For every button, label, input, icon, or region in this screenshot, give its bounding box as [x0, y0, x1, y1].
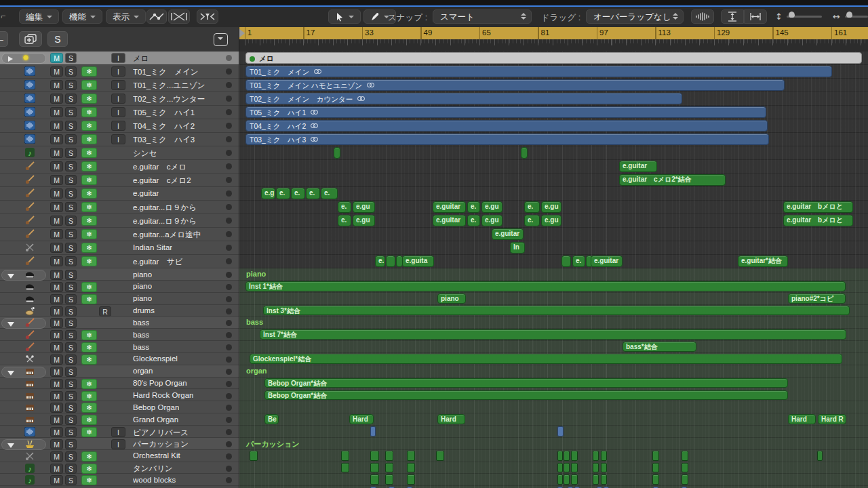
region-green[interactable]: e.	[321, 188, 338, 199]
input-monitor-button[interactable]: I	[111, 439, 125, 449]
track-name[interactable]: T04_ミク ハイ2	[133, 121, 195, 131]
track-name[interactable]: T05_ミク ハイ1	[133, 108, 195, 118]
region-block[interactable]	[407, 463, 415, 473]
track-name[interactable]: wood blocks	[133, 476, 176, 484]
solo-button[interactable]: S	[65, 107, 77, 117]
solo-button[interactable]: S	[65, 439, 77, 449]
solo-button[interactable]: S	[65, 80, 77, 90]
region-block[interactable]	[561, 256, 571, 267]
track-header-row-26[interactable]: MS❄Hard Rock Organ	[0, 390, 239, 402]
solo-button[interactable]: S	[65, 415, 77, 425]
freeze-button[interactable]: ❄	[81, 66, 97, 77]
solo-button[interactable]: S	[65, 161, 77, 171]
track-name[interactable]: T03_ミク ハイ3	[133, 135, 195, 145]
track-name[interactable]: T02_ミク...ウンター	[133, 94, 205, 104]
region-green[interactable]: Hard	[788, 414, 816, 424]
region-block[interactable]	[386, 256, 395, 267]
region-block[interactable]	[407, 474, 415, 485]
catch-playhead-icon[interactable]	[197, 9, 218, 24]
region-block[interactable]	[652, 463, 659, 473]
solo-button[interactable]: S	[65, 427, 77, 437]
region-green[interactable]: piano#2*コピ	[788, 293, 846, 304]
track-name[interactable]: piano	[133, 294, 152, 302]
region-green[interactable]: e.guitar bメロと	[783, 215, 853, 226]
menu-functions[interactable]: 機能	[62, 9, 102, 24]
region-green[interactable]: Hard	[437, 414, 465, 424]
track-header-row-6[interactable]: MS❄IT03_ミク ハイ3	[0, 133, 239, 146]
freeze-button[interactable]: ❄	[81, 391, 97, 401]
track-name[interactable]: drums	[133, 306, 155, 314]
disclosure-open-icon[interactable]	[7, 274, 14, 279]
solo-button[interactable]: S	[65, 282, 77, 292]
input-monitor-button[interactable]: I	[111, 80, 125, 90]
mute-button[interactable]: M	[50, 294, 63, 304]
region-block[interactable]	[370, 463, 379, 473]
freeze-button[interactable]: ❄	[81, 107, 97, 117]
track-name[interactable]: T01_ミク...ユニゾン	[133, 81, 205, 91]
region-green[interactable]: Hard R	[818, 414, 846, 424]
track-header-row-9[interactable]: MS❄e.guitar cメロ2	[0, 174, 239, 187]
region-block[interactable]	[571, 474, 578, 485]
disclosure-closed-icon[interactable]	[8, 56, 13, 62]
track-header-row-14[interactable]: MS❄Indian Sitar	[0, 241, 239, 255]
track-header-row-30[interactable]: MSIパーカッション	[0, 438, 239, 450]
mute-button[interactable]: M	[50, 475, 63, 485]
region-green[interactable]: e.gu	[541, 201, 561, 213]
solo-button[interactable]: S	[65, 66, 77, 77]
track-header-row-1[interactable]: MS❄IT01_ミク メイン	[0, 65, 239, 79]
disclosure-open-icon[interactable]	[7, 443, 14, 448]
solo-button[interactable]: S	[65, 318, 77, 328]
track-header-row-5[interactable]: MS❄IT04_ミク ハイ2	[0, 119, 239, 133]
region-green[interactable]: e.gu	[353, 215, 375, 226]
region-block[interactable]	[601, 463, 607, 473]
freeze-button[interactable]: ❄	[81, 121, 97, 131]
solo-button[interactable]: S	[65, 148, 77, 158]
track-name[interactable]: メロ	[133, 54, 149, 64]
solo-button[interactable]: S	[65, 121, 77, 131]
bar-ruler[interactable]: 1173349658197113129145161	[239, 27, 868, 40]
region-block[interactable]	[557, 451, 563, 461]
drag-select[interactable]: オーバーラップなし	[586, 9, 684, 24]
mute-button[interactable]: M	[50, 243, 63, 253]
track-name[interactable]: e.guitar...ロ９から	[133, 203, 197, 213]
track-name[interactable]: e.guitar...aメロ途中	[133, 230, 201, 240]
mute-button[interactable]: M	[50, 107, 63, 117]
mute-button[interactable]: M	[50, 415, 63, 425]
region-block[interactable]	[593, 451, 599, 461]
slider-handle[interactable]	[789, 12, 795, 18]
region-green[interactable]: e.guitar	[619, 161, 657, 172]
track-name[interactable]: e.guitar cメロ2	[133, 176, 191, 186]
solo-mode-button[interactable]: S	[47, 31, 68, 47]
region-block[interactable]	[341, 451, 349, 461]
mute-button[interactable]: M	[50, 403, 63, 413]
freeze-button[interactable]: ❄	[81, 94, 97, 104]
region-block[interactable]	[601, 474, 607, 485]
region-green[interactable]: e.	[467, 215, 480, 226]
mute-button[interactable]: M	[50, 66, 63, 77]
region-green[interactable]: e.	[572, 256, 585, 267]
region-block[interactable]	[436, 451, 444, 461]
region-green[interactable]: piano	[437, 293, 466, 304]
waveform-zoom-icon[interactable]	[691, 9, 714, 24]
region-blue[interactable]: T01_ミク メイン ハモとユニゾン	[245, 79, 785, 91]
mute-button[interactable]: M	[50, 306, 63, 317]
region-blue[interactable]: T01_ミク メイン	[245, 66, 832, 77]
dropdown-icon[interactable]	[214, 33, 228, 46]
region-green[interactable]: Inst 3*結合	[263, 306, 850, 316]
track-name[interactable]: Grand Organ	[133, 415, 178, 424]
track-header-row-23[interactable]: MS❄Glockenspiel	[0, 353, 239, 365]
freeze-button[interactable]: ❄	[81, 202, 97, 212]
mute-button[interactable]: M	[50, 282, 63, 292]
track-header-row-19[interactable]: MSRdrums	[0, 305, 239, 317]
region-block[interactable]	[593, 463, 599, 473]
freeze-button[interactable]: ❄	[81, 415, 97, 425]
region-block[interactable]	[521, 147, 528, 159]
solo-button[interactable]: S	[65, 229, 77, 239]
track-name[interactable]: bass	[133, 319, 149, 327]
snap-select[interactable]: スマート	[433, 9, 532, 24]
track-name[interactable]: bass	[133, 331, 149, 339]
cut-off-toolbar-button[interactable]: ⌐	[0, 9, 8, 24]
solo-button[interactable]: S	[65, 270, 77, 280]
region-green[interactable]: Glockenspiel*結合	[250, 354, 842, 364]
region-green[interactable]: e.	[524, 215, 540, 226]
